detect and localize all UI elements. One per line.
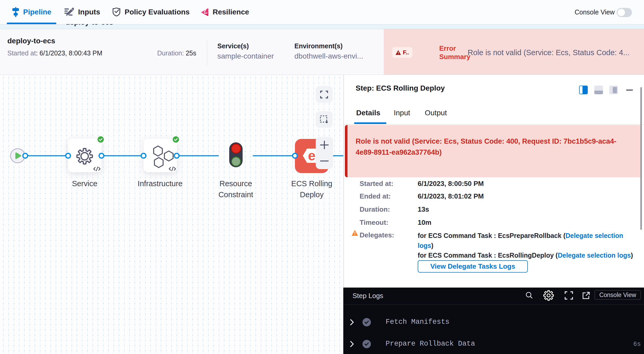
svg-text:e: e	[308, 148, 316, 163]
